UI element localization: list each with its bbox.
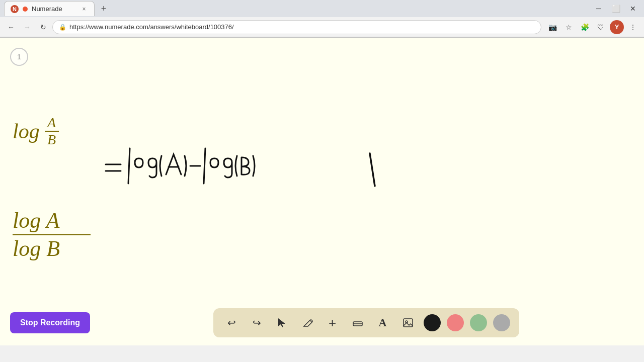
maximize-button[interactable]: ⬜ bbox=[609, 2, 623, 16]
color-pink-button[interactable] bbox=[447, 314, 464, 331]
eraser-button[interactable] bbox=[348, 313, 367, 332]
fraction-denominator: B bbox=[47, 133, 56, 147]
color-gray-button[interactable] bbox=[493, 314, 510, 331]
new-tab-button[interactable]: + bbox=[97, 2, 111, 16]
hw-numerator: log A bbox=[13, 209, 59, 233]
color-green-button[interactable] bbox=[470, 314, 487, 331]
profile-avatar[interactable]: Y bbox=[610, 20, 624, 34]
undo-button[interactable]: ↩ bbox=[222, 313, 242, 332]
title-bar: N Numerade × + ─ ⬜ ✕ bbox=[0, 0, 644, 17]
menu-icon[interactable]: ⋮ bbox=[626, 20, 640, 34]
redo-button[interactable]: ↪ bbox=[248, 313, 267, 332]
minimize-button[interactable]: ─ bbox=[592, 2, 606, 16]
browser-toolbar-icons: 📷 ☆ 🧩 🛡 Y ⋮ bbox=[545, 20, 640, 34]
select-tool-button[interactable] bbox=[273, 313, 292, 332]
close-button[interactable]: ✕ bbox=[626, 2, 640, 16]
bottom-toolbar: Stop Recording ↩ ↪ + A bbox=[0, 300, 644, 345]
bookmark-icon[interactable]: ☆ bbox=[561, 20, 576, 34]
shield-icon[interactable]: 🛡 bbox=[594, 20, 608, 34]
url-text: https://www.numerade.com/answers/whitebo… bbox=[69, 23, 234, 31]
color-black-button[interactable] bbox=[424, 314, 441, 331]
hw-denominator: log B bbox=[13, 237, 60, 261]
camera-icon[interactable]: 📷 bbox=[545, 20, 559, 34]
recording-dot bbox=[23, 7, 28, 12]
window-controls: ─ ⬜ ✕ bbox=[592, 2, 640, 16]
forward-button[interactable]: → bbox=[20, 20, 34, 34]
log-label-main: log bbox=[13, 119, 40, 143]
back-button[interactable]: ← bbox=[4, 20, 18, 34]
text-tool-button[interactable]: A bbox=[373, 313, 392, 332]
add-button[interactable]: + bbox=[323, 313, 342, 332]
svg-marker-3 bbox=[278, 318, 285, 327]
pen-tool-button[interactable] bbox=[298, 313, 317, 332]
fraction-numerator: A bbox=[47, 116, 56, 130]
tab-close-button[interactable]: × bbox=[80, 5, 88, 13]
whiteboard[interactable]: 1 bbox=[0, 38, 644, 345]
image-button[interactable] bbox=[398, 313, 418, 332]
reload-button[interactable]: ↻ bbox=[36, 20, 50, 34]
tab-title: Numerade bbox=[32, 5, 62, 13]
math-formula-main: log A B bbox=[13, 116, 59, 147]
extensions-icon[interactable]: 🧩 bbox=[578, 20, 592, 34]
page-indicator: 1 bbox=[10, 48, 28, 66]
tab-favicon: N bbox=[11, 5, 19, 13]
svg-rect-6 bbox=[404, 319, 413, 327]
stop-recording-button[interactable]: Stop Recording bbox=[10, 312, 90, 333]
hw-fraction-line bbox=[13, 234, 91, 235]
handwriting-strokes bbox=[0, 38, 644, 345]
address-bar[interactable]: 🔒 https://www.numerade.com/answers/white… bbox=[52, 20, 541, 34]
active-tab[interactable]: N Numerade × bbox=[4, 1, 95, 16]
browser-chrome: N Numerade × + ─ ⬜ ✕ ← → ↻ 🔒 https://www… bbox=[0, 0, 644, 38]
handwritten-fraction-formula: log A log B bbox=[13, 209, 91, 261]
tools-panel: ↩ ↪ + A bbox=[213, 308, 519, 337]
nav-bar: ← → ↻ 🔒 https://www.numerade.com/answers… bbox=[0, 17, 644, 37]
lock-icon: 🔒 bbox=[59, 24, 66, 31]
